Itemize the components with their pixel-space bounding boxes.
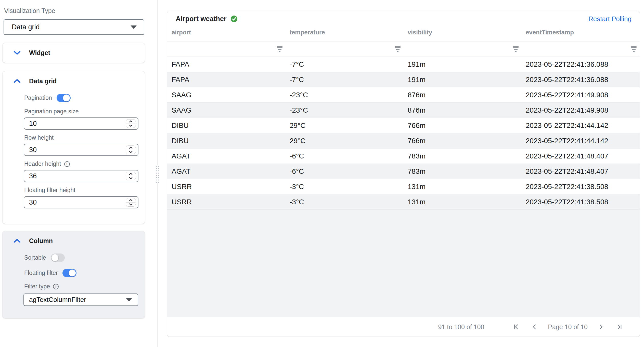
previous-page-button[interactable] — [531, 323, 538, 331]
stepper-up-icon[interactable] — [126, 172, 136, 176]
data-grid-section-header[interactable]: Data grid — [3, 71, 145, 91]
header-height-input[interactable]: 36 — [24, 170, 138, 182]
stepper-down-icon[interactable] — [126, 124, 136, 128]
cell-temperature: -23°C — [285, 91, 403, 99]
cell-airport: FAPA — [167, 76, 285, 84]
chevron-down-icon — [131, 25, 137, 29]
cell-temperature: -6°C — [285, 167, 403, 176]
cell-eventTimestamp: 2023-05-22T22:41:38.508 — [521, 183, 639, 191]
number-stepper[interactable] — [126, 172, 136, 180]
cell-visibility: 876m — [403, 91, 521, 99]
number-stepper[interactable] — [126, 198, 136, 207]
number-stepper[interactable] — [126, 145, 136, 154]
table-row[interactable]: USRR -3°C 131m 2023-05-22T22:41:38.508 — [167, 179, 640, 194]
floating-filter-toggle[interactable] — [62, 269, 76, 277]
info-icon[interactable]: i — [53, 284, 59, 289]
filter-icon[interactable] — [395, 46, 401, 52]
cell-airport: AGAT — [167, 152, 285, 160]
cell-eventTimestamp: 2023-05-22T22:41:38.508 — [521, 198, 639, 206]
column-section-title: Column — [29, 237, 53, 245]
chevron-down-icon — [126, 298, 132, 301]
visualization-type-value: Data grid — [12, 23, 40, 31]
table-row[interactable]: DIBU 29°C 766m 2023-05-22T22:41:44.142 — [167, 133, 640, 149]
cell-visibility: 876m — [403, 106, 521, 114]
cell-temperature: -3°C — [285, 183, 403, 191]
next-page-button[interactable] — [597, 323, 605, 331]
cell-visibility: 766m — [403, 137, 521, 145]
pagination-toggle[interactable] — [57, 94, 71, 102]
info-icon[interactable]: i — [64, 161, 70, 167]
row-height-input[interactable]: 30 — [24, 144, 138, 156]
cell-eventTimestamp: 2023-05-22T22:41:44.142 — [521, 137, 639, 145]
cell-airport: DIBU — [167, 122, 285, 130]
cell-visibility: 783m — [403, 167, 521, 176]
grid-empty-area — [167, 210, 640, 317]
floating-filter-height-value: 30 — [24, 198, 37, 206]
filter-icon[interactable] — [277, 46, 282, 52]
cell-visibility: 131m — [403, 183, 521, 191]
table-row[interactable]: DIBU 29°C 766m 2023-05-22T22:41:44.142 — [167, 118, 640, 133]
restart-polling-link[interactable]: Restart Polling — [588, 15, 632, 23]
row-height-label: Row height — [24, 134, 54, 141]
filter-type-select[interactable]: agTextColumnFilter — [23, 293, 138, 306]
table-row[interactable]: FAPA -7°C 191m 2023-05-22T22:41:36.088 — [167, 72, 640, 87]
stepper-down-icon[interactable] — [126, 203, 136, 207]
stepper-up-icon[interactable] — [126, 119, 136, 124]
data-grid-section: Data grid Pagination Pagination page siz… — [3, 71, 145, 224]
pagination-page-size-value: 10 — [24, 120, 37, 128]
floating-filter-height-input[interactable]: 30 — [24, 196, 138, 208]
chevron-up-icon — [13, 79, 21, 83]
number-stepper[interactable] — [126, 119, 136, 128]
cell-airport: SAAG — [167, 91, 285, 99]
chevron-up-icon — [13, 238, 21, 243]
pagination-page-size-input[interactable]: 10 — [24, 117, 138, 130]
cell-temperature: -3°C — [285, 198, 403, 206]
stepper-down-icon[interactable] — [126, 150, 136, 154]
header-height-value: 36 — [24, 172, 37, 180]
pagination-page-size-label: Pagination page size — [24, 108, 79, 115]
table-row[interactable]: AGAT -6°C 783m 2023-05-22T22:41:48.407 — [167, 149, 640, 164]
filter-type-value: agTextColumnFilter — [29, 296, 86, 304]
cell-temperature: 29°C — [285, 122, 403, 130]
column-header-airport[interactable]: airport — [167, 29, 285, 36]
column-header-visibility[interactable]: visibility — [403, 29, 521, 36]
visualization-type-select[interactable]: Data grid — [4, 19, 144, 35]
table-row[interactable]: USRR -3°C 131m 2023-05-22T22:41:38.508 — [167, 194, 640, 210]
cell-visibility: 191m — [403, 76, 521, 84]
toggle-knob — [63, 95, 70, 101]
pagination-summary: 91 to 100 of 100 — [438, 323, 484, 331]
floating-filter-toggle-label: Floating filter — [24, 270, 58, 276]
cell-eventTimestamp: 2023-05-22T22:41:36.088 — [521, 76, 639, 84]
cell-visibility: 191m — [403, 60, 521, 69]
floating-filter-height-label: Floating filter height — [24, 187, 75, 194]
widget-section-title: Widget — [29, 49, 50, 57]
filter-icon[interactable] — [631, 46, 637, 52]
stepper-down-icon[interactable] — [126, 176, 136, 180]
cell-eventTimestamp: 2023-05-22T22:41:49.908 — [521, 91, 639, 99]
column-section-header[interactable]: Column — [3, 231, 145, 250]
table-row[interactable]: FAPA -7°C 191m 2023-05-22T22:41:36.088 — [167, 57, 640, 72]
widget-section-header[interactable]: Widget — [3, 43, 145, 62]
grid-titlebar: Airport weather Restart Polling — [167, 11, 640, 23]
pagination-bar: 91 to 100 of 100 Page 10 of 10 — [167, 317, 640, 337]
stepper-up-icon[interactable] — [126, 198, 136, 203]
stepper-up-icon[interactable] — [126, 146, 136, 150]
last-page-button[interactable] — [616, 323, 623, 331]
cell-eventTimestamp: 2023-05-22T22:41:36.088 — [521, 60, 639, 69]
sortable-toggle[interactable] — [51, 253, 65, 262]
cell-eventTimestamp: 2023-05-22T22:41:44.142 — [521, 122, 639, 130]
data-grid-section-title: Data grid — [29, 77, 57, 85]
first-page-button[interactable] — [512, 323, 520, 331]
cell-temperature: -7°C — [285, 60, 403, 69]
table-row[interactable]: SAAG -23°C 876m 2023-05-22T22:41:49.908 — [167, 103, 640, 118]
filter-icon[interactable] — [513, 46, 519, 52]
data-grid-widget: Airport weather Restart Polling airport … — [167, 11, 640, 337]
table-row[interactable]: AGAT -6°C 783m 2023-05-22T22:41:48.407 — [167, 164, 640, 179]
column-header-eventTimestamp[interactable]: eventTimestamp — [521, 29, 639, 36]
column-header-temperature[interactable]: temperature — [285, 29, 403, 36]
table-row[interactable]: SAAG -23°C 876m 2023-05-22T22:41:49.908 — [167, 87, 640, 103]
resize-drag-handle[interactable] — [155, 165, 159, 183]
cell-visibility: 131m — [403, 198, 521, 206]
pagination-toggle-label: Pagination — [24, 95, 52, 101]
chevron-down-icon — [13, 50, 21, 55]
